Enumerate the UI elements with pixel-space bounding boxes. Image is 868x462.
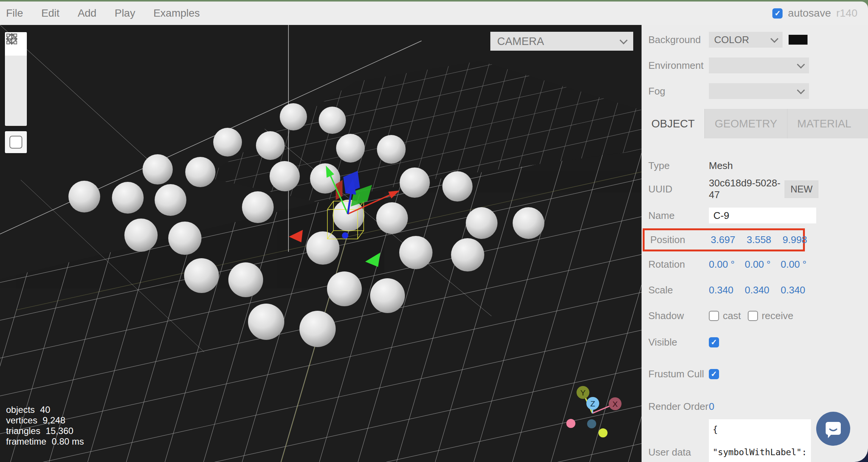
visible-row: Visible	[648, 335, 868, 349]
sphere-object[interactable]	[466, 207, 498, 239]
sphere-object[interactable]	[376, 202, 408, 234]
panel-tabs: OBJECT GEOMETRY MATERIAL	[642, 109, 868, 138]
environment-select[interactable]	[709, 57, 809, 73]
sphere-object[interactable]	[213, 128, 242, 157]
sphere-object[interactable]	[377, 135, 406, 164]
uuid-row: UUID 30c618d9-5028-47 NEW	[648, 181, 868, 197]
tab-material[interactable]: MATERIAL	[787, 109, 861, 138]
scene-canvas[interactable]: Y X Z	[0, 25, 642, 462]
chat-widget-button[interactable]	[816, 411, 851, 446]
user-data-textarea[interactable]: { "symbolWithLabel":	[709, 419, 811, 462]
sphere-object[interactable]	[451, 238, 484, 271]
menu-edit[interactable]: Edit	[41, 7, 59, 19]
sphere-object[interactable]	[112, 182, 144, 214]
sphere-object[interactable]	[336, 134, 365, 163]
viewport-3d[interactable]: Y X Z	[0, 25, 642, 462]
frustum-cull-checkbox[interactable]	[709, 369, 719, 379]
background-label: Background	[648, 34, 709, 46]
shadow-cast-label: cast	[723, 310, 741, 322]
shadow-row: Shadow cast receive	[648, 309, 868, 322]
shadow-label: Shadow	[648, 310, 709, 322]
sphere-object[interactable]	[306, 231, 339, 265]
scale-y-field[interactable]: 0.340	[745, 284, 781, 296]
menu-examples[interactable]: Examples	[153, 7, 200, 19]
camera-select[interactable]: CAMERA	[490, 32, 633, 51]
environment-row: Environment	[648, 57, 868, 73]
tab-object[interactable]: OBJECT	[642, 109, 704, 138]
sphere-object[interactable]	[270, 161, 300, 191]
sphere-object[interactable]	[327, 271, 362, 306]
axis-neg-z-button[interactable]	[587, 419, 596, 428]
scale-tool-button[interactable]	[5, 79, 27, 102]
sphere-object[interactable]	[513, 207, 544, 239]
sphere-object[interactable]	[68, 181, 100, 212]
chevron-down-icon	[797, 86, 805, 94]
background-select[interactable]: COLOR	[709, 32, 783, 48]
tab-geometry[interactable]: GEOMETRY	[704, 109, 787, 138]
position-label: Position	[650, 234, 711, 246]
scale-x-field[interactable]: 0.340	[709, 284, 745, 296]
type-row: Type Mesh	[648, 160, 868, 172]
sphere-object[interactable]	[248, 304, 284, 340]
sphere-object[interactable]	[256, 131, 285, 160]
stat-vertices-label: vertices	[6, 415, 37, 426]
camera-select-value: CAMERA	[497, 35, 544, 48]
axis-neg-x-button[interactable]	[566, 419, 575, 428]
sphere-object[interactable]	[280, 103, 307, 130]
background-row: Background COLOR	[648, 32, 868, 48]
gizmo-center-dot[interactable]	[342, 233, 349, 239]
box-transform-tool-button[interactable]	[5, 102, 27, 126]
sphere-object[interactable]	[442, 171, 473, 202]
visible-checkbox[interactable]	[709, 337, 719, 347]
sphere-object[interactable]	[185, 157, 215, 187]
sphere-object[interactable]	[143, 154, 173, 184]
shadow-receive-checkbox[interactable]	[748, 311, 758, 321]
rotation-row: Rotation 0.00 ° 0.00 ° 0.00 °	[648, 257, 868, 271]
menu-play[interactable]: Play	[115, 7, 135, 19]
sphere-object[interactable]	[228, 262, 263, 297]
user-data-label: User data	[648, 446, 709, 458]
position-x-field[interactable]: 3.697	[711, 234, 747, 246]
name-input[interactable]	[709, 208, 816, 223]
version-label: r140	[836, 7, 857, 19]
sphere-object[interactable]	[370, 278, 405, 313]
position-y-field[interactable]: 3.558	[747, 234, 783, 246]
sphere-object[interactable]	[124, 219, 158, 252]
sphere-object[interactable]	[242, 191, 274, 223]
sphere-object[interactable]	[400, 167, 430, 198]
stat-frametime-value: 0.80 ms	[52, 436, 84, 447]
sphere-object[interactable]	[168, 222, 202, 255]
axis-x-label: X	[612, 400, 618, 408]
menubar-right: autosave r140	[772, 7, 868, 19]
stat-objects-value: 40	[40, 405, 50, 415]
tabbar-filler	[861, 109, 868, 138]
uuid-new-button[interactable]: NEW	[784, 180, 818, 198]
rotation-y-field[interactable]: 0.00 °	[745, 259, 781, 270]
sphere-object[interactable]	[184, 258, 219, 293]
menu-add[interactable]: Add	[78, 7, 96, 19]
sphere-object[interactable]	[399, 236, 432, 269]
render-order-label: Render Order	[648, 400, 709, 412]
chat-bubble-icon	[816, 411, 851, 446]
position-z-field[interactable]: 9.998	[783, 234, 818, 246]
background-color-swatch[interactable]	[789, 35, 808, 45]
snap-toggle-checkbox[interactable]	[9, 136, 22, 149]
uuid-label: UUID	[648, 183, 709, 195]
rotation-z-field[interactable]: 0.00 °	[781, 259, 817, 270]
sphere-object[interactable]	[299, 311, 336, 347]
name-label: Name	[648, 210, 709, 222]
rotate-tool-button[interactable]	[5, 56, 27, 79]
rotation-x-field[interactable]: 0.00 °	[709, 259, 745, 270]
axis-neg-y-button[interactable]	[598, 428, 608, 437]
autosave-checkbox[interactable]	[772, 8, 783, 19]
scale-z-field[interactable]: 0.340	[781, 284, 817, 296]
fog-select[interactable]	[709, 83, 809, 99]
menu-file[interactable]: File	[6, 7, 23, 19]
render-order-field[interactable]: 0	[709, 401, 745, 412]
visible-label: Visible	[648, 336, 709, 348]
sphere-object[interactable]	[319, 107, 346, 134]
sphere-object[interactable]	[155, 184, 186, 216]
snap-toggle-card	[5, 131, 27, 153]
autosave-label: autosave	[788, 7, 831, 19]
shadow-cast-checkbox[interactable]	[709, 311, 719, 321]
